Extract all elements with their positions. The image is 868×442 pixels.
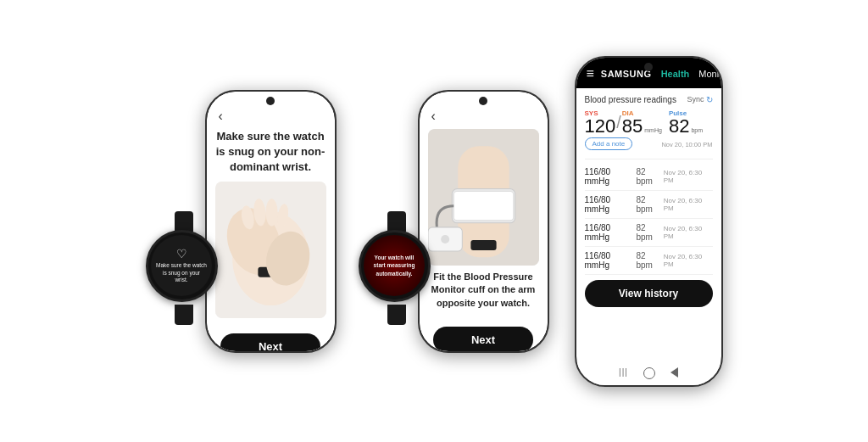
bp-slash: / xyxy=(616,112,621,132)
watch-text-2: Your watch will start measuring automati… xyxy=(369,254,420,277)
p3-screen: ≡ SAMSUNG Health Monitor Blood pressure … xyxy=(576,58,721,385)
divider-1 xyxy=(585,159,713,159)
svg-point-4 xyxy=(265,199,277,226)
hist-bp-2: 116/80 mmHg xyxy=(585,195,637,214)
p2-back-arrow[interactable]: ‹ xyxy=(428,109,436,124)
watch-2: Your watch will start measuring automati… xyxy=(359,230,435,306)
p2-button-area: Next xyxy=(420,323,548,351)
svg-point-12 xyxy=(441,234,449,243)
watch-screen-2: Your watch will start measuring automati… xyxy=(364,235,425,296)
main-scene: ♡ Make sure the watch is snug on your wr… xyxy=(0,0,868,442)
history-row-1: 116/80 mmHg 82 bpm Nov 20, 6:30 PM xyxy=(585,163,713,191)
p1-image-area xyxy=(215,182,326,318)
p3-readings-header: Blood pressure readings Sync ↻ xyxy=(585,95,713,104)
dia-value: 85 xyxy=(622,117,643,136)
header-space2 xyxy=(693,69,695,79)
phone-1: ‹ Make sure the watch is snug on your no… xyxy=(205,90,337,353)
watch-text-1: Make sure the watch is snug on your wris… xyxy=(156,262,207,283)
note-date-row: Add a note Nov 20, 10:00 PM xyxy=(585,137,713,152)
p3-body: Blood pressure readings Sync ↻ SYS 120 xyxy=(576,88,721,363)
health-label: Health xyxy=(661,69,690,79)
history-row-3: 116/80 mmHg 82 bpm Nov 20, 6:30 PM xyxy=(585,219,713,247)
watch-icon-1: ♡ xyxy=(176,247,187,260)
watch-band-bottom-2 xyxy=(387,305,406,325)
latest-date: Nov 20, 10:00 PM xyxy=(661,141,712,148)
watch-face-2: Your watch will start measuring automati… xyxy=(359,230,431,302)
hist-bp-4: 116/80 mmHg xyxy=(585,251,637,270)
p2-next-button[interactable]: Next xyxy=(433,327,533,351)
phone-notch-3 xyxy=(644,63,653,71)
hist-date-1: Nov 20, 6:30 PM xyxy=(664,169,713,184)
watch-face-1: ♡ Make sure the watch is snug on your wr… xyxy=(146,230,218,302)
watch-screen-1: ♡ Make sure the watch is snug on your wr… xyxy=(151,235,212,296)
bp-cuff-svg xyxy=(428,129,539,266)
phone-notch-2 xyxy=(479,97,487,105)
phone-3: ≡ SAMSUNG Health Monitor Blood pressure … xyxy=(575,56,723,387)
pulse-value-area: 82 bpm xyxy=(669,117,703,136)
watch-band-top-2 xyxy=(387,211,406,232)
samsung-label: SAMSUNG xyxy=(601,69,652,79)
hist-date-2: Nov 20, 6:30 PM xyxy=(664,197,713,212)
hist-bp-1: 116/80 mmHg xyxy=(585,167,637,186)
sync-icon: ↻ xyxy=(706,95,713,104)
p3-nav-circle[interactable] xyxy=(643,367,655,379)
p1-instruction-text: Make sure the watch is snug on your non-… xyxy=(215,129,326,176)
bpm-unit: bpm xyxy=(691,127,703,133)
hist-pulse-1: 82 bpm xyxy=(636,167,663,186)
p1-content: ‹ Make sure the watch is snug on your no… xyxy=(207,92,335,327)
dia-value-area: 85 mmHg xyxy=(622,117,662,136)
health-space xyxy=(655,69,658,79)
p3-nav: ||| xyxy=(576,363,721,385)
p2-content: ‹ xyxy=(420,92,548,323)
history-list: 116/80 mmHg 82 bpm Nov 20, 6:30 PM 116/8… xyxy=(585,163,713,275)
phone-2: ‹ xyxy=(418,90,549,353)
phone2-combo: Your watch will start measuring automati… xyxy=(359,90,549,353)
p1-back-arrow[interactable]: ‹ xyxy=(215,109,223,124)
watch-band-bottom-1 xyxy=(175,305,193,325)
hist-pulse-2: 82 bpm xyxy=(636,195,663,214)
readings-label: Blood pressure readings xyxy=(585,95,676,104)
history-row-4: 116/80 mmHg 82 bpm Nov 20, 6:30 PM xyxy=(585,247,713,275)
phone3-container: ≡ SAMSUNG Health Monitor Blood pressure … xyxy=(575,56,723,387)
phone-screen-1: ‹ Make sure the watch is snug on your no… xyxy=(207,92,335,351)
sync-label: Sync xyxy=(687,95,704,104)
pulse-group: Pulse 82 bpm xyxy=(669,109,703,136)
hands-svg xyxy=(215,182,326,318)
sys-value-area: 120 xyxy=(585,117,616,136)
watch-1: ♡ Make sure the watch is snug on your wr… xyxy=(146,230,222,306)
phone1-combo: ♡ Make sure the watch is snug on your wr… xyxy=(146,90,337,353)
history-row-2: 116/80 mmHg 82 bpm Nov 20, 6:30 PM xyxy=(585,191,713,219)
add-note-button[interactable]: Add a note xyxy=(585,137,633,150)
watch-band-top-1 xyxy=(175,211,193,232)
dia-group: DIA 85 mmHg xyxy=(622,109,662,136)
monitor-label: Monitor xyxy=(698,69,722,79)
hist-pulse-3: 82 bpm xyxy=(636,223,663,242)
menu-icon[interactable]: ≡ xyxy=(587,66,594,81)
phone-screen-2: ‹ xyxy=(420,92,548,351)
svg-rect-10 xyxy=(453,191,514,220)
view-history-button[interactable]: View history xyxy=(585,280,713,307)
column-labels: SYS 120 / DIA 85 mmHg xyxy=(585,109,713,136)
hist-bp-3: 116/80 mmHg xyxy=(585,223,637,242)
mmhg-unit: mmHg xyxy=(644,127,662,133)
pulse-value: 82 xyxy=(669,117,689,136)
p1-next-button[interactable]: Next xyxy=(220,333,320,350)
p3-nav-back[interactable] xyxy=(670,367,678,378)
sys-value: 120 xyxy=(585,117,616,136)
sys-group: SYS 120 xyxy=(585,109,616,136)
hist-date-3: Nov 20, 6:30 PM xyxy=(664,225,713,240)
svg-rect-13 xyxy=(470,239,496,249)
sync-area[interactable]: Sync ↻ xyxy=(687,95,712,104)
hist-pulse-4: 82 bpm xyxy=(636,251,663,270)
phone-notch-1 xyxy=(266,97,275,105)
p2-image-area xyxy=(428,129,539,266)
hist-date-4: Nov 20, 6:30 PM xyxy=(664,253,713,268)
p2-instruction-text: Fit the Blood Pressure Monitor cuff on t… xyxy=(428,266,539,315)
p1-button-area: Next xyxy=(207,327,335,350)
p3-nav-lines: ||| xyxy=(619,367,628,379)
